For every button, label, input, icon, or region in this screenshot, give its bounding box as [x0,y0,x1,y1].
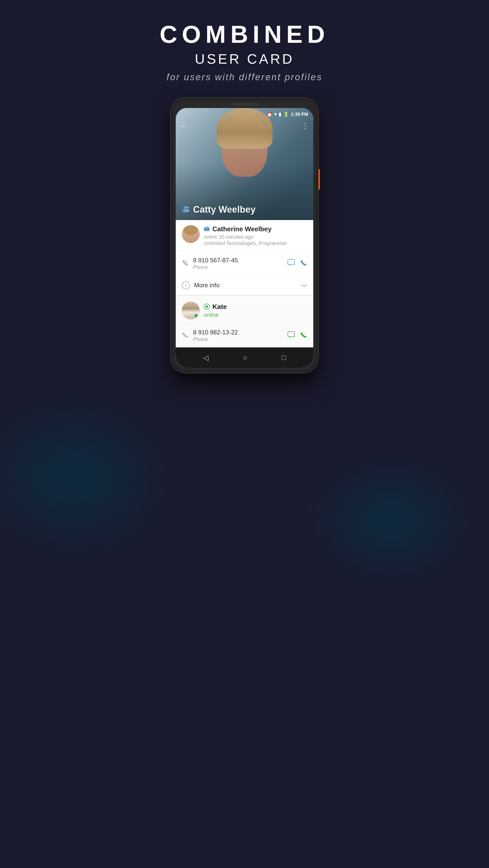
contact1-name: Catherine Weelbey [212,225,272,233]
contact2-chat-button[interactable] [287,331,295,340]
contact1-header: Catherine Weelbey online 20 minutes ago … [182,225,307,246]
phone-screen: ⏰ ▾ ▮ 🔋 1:39 PM ← ⋮ [176,108,313,368]
contact2-call-button[interactable] [300,331,307,340]
online-status-icon [204,304,210,310]
more-info-label: More info [194,282,297,289]
status-bar: ⏰ ▾ ▮ 🔋 1:39 PM [176,108,313,121]
nav-back-button[interactable]: ◁ [203,353,209,362]
svg-rect-5 [206,226,208,228]
kate-section: Kate online 8 910 982-13 [176,296,313,347]
catherine-section: Catherine Weelbey online 20 minutes ago … [176,220,313,252]
phone-icon-1 [182,259,189,268]
contact1-phone-label: Phone [193,265,283,270]
svg-rect-7 [288,332,295,337]
card-content: Catherine Weelbey online 20 minutes ago … [176,220,313,368]
contact1-phone-number: 8 910 567-87-45 [193,257,283,264]
contact2-phone-label: Phone [193,337,283,342]
phone-notch [229,103,260,106]
contact1-company: Unlimited Technologies, Programmer [204,241,307,246]
hero-photo: ← ⋮ Catty Weelbey [176,108,313,220]
contact1-phone-row: 8 910 567-87-45 Phone [176,252,313,276]
svg-rect-4 [204,227,210,231]
contact1-status: online 20 minutes ago [204,234,307,240]
contact1-info: Catherine Weelbey online 20 minutes ago … [204,225,307,246]
signal-icon: ▮ [279,112,281,117]
kate-info: Kate online [204,303,307,318]
title-main: COMBINED [160,20,330,49]
svg-rect-6 [288,259,295,265]
chevron-down-icon [301,282,307,289]
contact1-chat-button[interactable] [287,259,295,268]
phone-device: ⏰ ▾ ▮ 🔋 1:39 PM ← ⋮ [171,98,318,373]
contact1-avatar [182,225,200,243]
kate-header: Kate online [176,296,313,323]
status-bar-content: ⏰ ▾ ▮ 🔋 1:39 PM [267,112,308,117]
friends-icon [182,205,190,214]
briefcase-icon [204,226,210,233]
contact1-call-button[interactable] [300,259,307,268]
contact1-phone-details: 8 910 567-87-45 Phone [193,257,283,270]
back-button[interactable]: ← [180,122,187,130]
phone-wrapper: ⏰ ▾ ▮ 🔋 1:39 PM ← ⋮ [171,98,318,373]
nav-recents-button[interactable]: □ [282,353,286,362]
svg-point-3 [185,209,189,212]
nav-home-button[interactable]: ○ [243,353,247,362]
phone-icon-2 [182,331,189,340]
kate-name-row: Kate [204,303,307,311]
contact1-phone-actions [287,259,307,268]
svg-point-2 [186,206,189,209]
more-info-row[interactable]: i More info [176,276,313,296]
contact2-phone-number: 8 910 982-13-22 [193,329,283,336]
kate-name: Kate [212,303,227,311]
bottom-nav: ◁ ○ □ [176,347,313,368]
hero-name: Catty Weelbey [193,204,255,215]
contact2-phone-details: 8 910 982-13-22 Phone [193,329,283,342]
svg-point-0 [183,206,186,209]
contact1-name-row: Catherine Weelbey [204,225,307,233]
contact2-phone-actions [287,331,307,340]
hero-area: ⏰ ▾ ▮ 🔋 1:39 PM ← ⋮ [176,108,313,220]
avatar-face [182,225,200,243]
alarm-icon: ⏰ [267,112,272,117]
title-desc: for users with different profiles [160,72,330,83]
kate-avatar-img [182,302,200,319]
contact2-phone-row: 8 910 982-13-22 Phone [176,323,313,347]
wifi-icon: ▾ [274,112,277,117]
hero-name-row: Catty Weelbey [182,204,255,215]
kate-avatar [182,302,200,319]
battery-icon: 🔋 [283,112,289,117]
kate-status: online [204,312,307,318]
menu-button[interactable]: ⋮ [302,122,309,129]
page-header: COMBINED USER CARD for users with differ… [160,20,330,83]
title-sub: USER CARD [160,51,330,67]
time-display: 1:39 PM [291,112,308,117]
info-icon: i [182,281,190,289]
